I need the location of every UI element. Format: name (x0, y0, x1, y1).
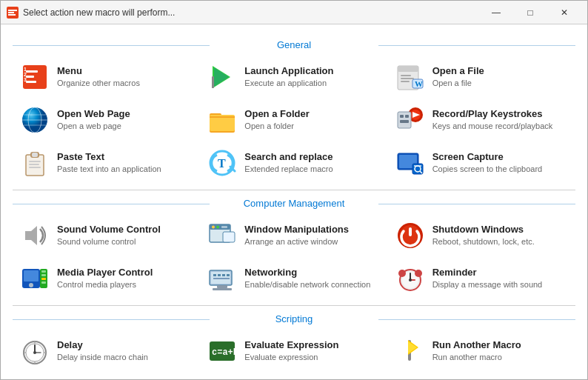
run-another-macro-item[interactable]: Run Another Macro Run another macro (388, 330, 575, 372)
svg-marker-52 (25, 226, 37, 245)
open-web-page-icon (20, 105, 50, 135)
networking-title: Networking (244, 267, 380, 279)
delay-icon (20, 336, 50, 366)
computer-management-section: Computer Management Sound Volume Control (13, 198, 575, 299)
svg-text:1: 1 (24, 67, 27, 72)
scripting-items-grid: Delay Delay inside macro chain c=a+b Eva… (13, 330, 575, 372)
svg-rect-69 (41, 281, 46, 284)
evaluate-expression-item[interactable]: c=a+b Evaluate Expression Evaluate expre… (200, 330, 387, 372)
general-section-header: General (13, 39, 575, 50)
sound-volume-control-desc: Sound volume control (57, 236, 193, 247)
svg-rect-77 (227, 274, 230, 276)
divider-1 (13, 190, 575, 190)
svg-rect-19 (401, 81, 410, 82)
networking-desc: Enable/disable network connection (244, 279, 380, 290)
screen-capture-desc: Copies screen to the clipboard (432, 164, 568, 174)
record-keystrokes-desc: Keys and mouse record/playback (432, 121, 568, 131)
record-keystrokes-title: Record/Play Keystrokes (432, 108, 568, 121)
svg-rect-72 (217, 285, 227, 288)
media-player-control-desc: Control media players (57, 279, 193, 290)
svg-rect-7 (26, 81, 36, 83)
media-player-control-item[interactable]: Media Player Control Control media playe… (13, 258, 200, 299)
search-replace-title: Search and replace (244, 151, 380, 164)
svg-rect-76 (222, 274, 225, 276)
open-web-page-title: Open Web Page (57, 108, 193, 121)
media-player-control-icon (20, 264, 50, 293)
launch-application-icon (207, 62, 237, 92)
maximize-button[interactable]: □ (513, 1, 547, 24)
paste-text-desc: Paste text into an application (57, 164, 193, 174)
computer-management-items-grid: Sound Volume Control Sound volume contro… (13, 215, 575, 299)
app-icon (7, 7, 19, 19)
svg-rect-18 (401, 78, 414, 79)
open-web-page-desc: Open a web page (57, 121, 193, 131)
screen-capture-item[interactable]: Screen Capture Copies screen to the clip… (388, 142, 575, 184)
media-player-control-title: Media Player Control (57, 267, 193, 279)
run-another-macro-title: Run Another Macro (432, 339, 568, 352)
menu-title: Menu (57, 65, 193, 78)
record-keystrokes-item[interactable]: Record/Play Keystrokes Keys and mouse re… (388, 99, 575, 141)
svg-rect-58 (223, 232, 235, 242)
search-replace-desc: Extended replace macro (244, 164, 380, 174)
window-title: Select action new macro will perform... (23, 7, 479, 18)
paste-text-title: Paste Text (57, 151, 193, 164)
shutdown-windows-desc: Reboot, shutdown, lock, etc. (432, 236, 568, 247)
computer-management-section-header: Computer Management (13, 198, 575, 209)
svg-text:3: 3 (24, 77, 27, 82)
networking-item[interactable]: Networking Enable/disable network connec… (200, 258, 387, 299)
window-manipulations-icon (207, 221, 237, 250)
divider-2 (13, 305, 575, 306)
svg-rect-16 (398, 66, 418, 72)
open-folder-item[interactable]: Open a Folder Open a folder (200, 99, 387, 141)
open-file-item[interactable]: W Open a File Open a file (388, 56, 575, 98)
launch-application-desc: Execute an application (244, 78, 380, 88)
title-bar: Select action new macro will perform... … (1, 1, 587, 24)
svg-point-64 (29, 283, 33, 287)
svg-rect-68 (41, 278, 46, 280)
svg-text:T: T (218, 157, 226, 170)
svg-text:c=a+b: c=a+b (212, 347, 236, 358)
evaluate-expression-title: Evaluate Expression (244, 339, 380, 352)
menu-item[interactable]: 1 2 3 Menu Organize other macros (13, 56, 200, 98)
window-manipulations-item[interactable]: Window Manipulations Arrange an active w… (200, 215, 387, 256)
screen-capture-title: Screen Capture (432, 151, 568, 164)
delay-title: Delay (57, 339, 193, 352)
svg-rect-67 (41, 274, 46, 276)
svg-rect-73 (213, 288, 232, 290)
shutdown-windows-item[interactable]: Shutdown Windows Reboot, shutdown, lock,… (388, 215, 575, 256)
svg-text:W: W (415, 79, 423, 88)
evaluate-expression-desc: Evaluate expression (244, 352, 380, 362)
delay-desc: Delay inside macro chain (57, 352, 193, 362)
svg-rect-57 (221, 226, 227, 228)
sound-volume-control-item[interactable]: Sound Volume Control Sound volume contro… (13, 215, 200, 256)
svg-point-82 (415, 270, 422, 277)
svg-rect-35 (400, 115, 404, 118)
delay-item[interactable]: Delay Delay inside macro chain (13, 330, 200, 372)
reminder-item[interactable]: Reminder Display a message with sound (388, 258, 575, 299)
svg-marker-12 (214, 67, 229, 87)
open-file-desc: Open a file (432, 78, 568, 88)
run-another-macro-desc: Run another macro (432, 352, 568, 362)
svg-rect-40 (32, 153, 38, 157)
sound-volume-control-icon (20, 221, 50, 250)
launch-application-item[interactable]: Launch Application Execute an applicatio… (200, 56, 387, 98)
svg-point-90 (33, 351, 36, 354)
general-items-grid: 1 2 3 Menu Organize other macros (13, 56, 575, 184)
svg-rect-51 (414, 165, 421, 167)
paste-text-item[interactable]: Paste Text Paste text into an applicatio… (13, 142, 200, 184)
svg-rect-5 (26, 70, 38, 73)
scripting-section-header: Scripting (13, 313, 575, 324)
open-web-page-item[interactable]: Open Web Page Open a web page (13, 99, 200, 141)
svg-rect-14 (212, 76, 214, 88)
minimize-button[interactable]: — (479, 1, 513, 24)
networking-icon (207, 264, 237, 293)
svg-rect-36 (405, 115, 409, 118)
screen-capture-icon (395, 148, 425, 178)
main-window: Select action new macro will perform... … (0, 0, 588, 380)
window-manipulations-title: Window Manipulations (244, 224, 380, 236)
svg-rect-61 (409, 227, 412, 236)
svg-rect-75 (218, 274, 221, 276)
close-button[interactable]: ✕ (547, 1, 581, 24)
paste-text-icon (20, 148, 50, 178)
search-replace-item[interactable]: T Search and replace Extended replace ma… (200, 142, 387, 184)
